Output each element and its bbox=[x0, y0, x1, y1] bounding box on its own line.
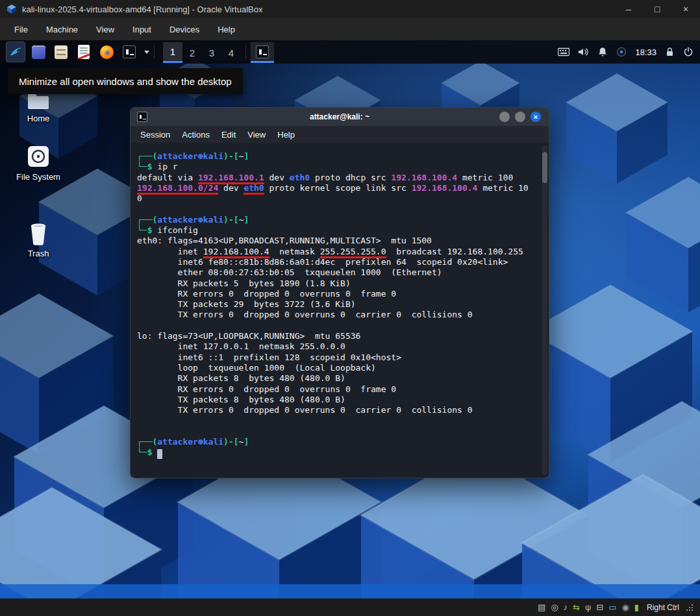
text-editor-launcher[interactable] bbox=[75, 42, 93, 62]
mouse-integration-icon[interactable]: ▮ bbox=[634, 603, 639, 611]
terminal-minimize-button[interactable] bbox=[499, 112, 510, 122]
terminal-titlebar[interactable]: attacker@kali: ~ × bbox=[131, 108, 549, 126]
clock[interactable]: 18:33 bbox=[635, 47, 656, 57]
terminal-scrollbar[interactable] bbox=[542, 145, 547, 475]
terminal-line: └─$ ip r bbox=[137, 162, 540, 172]
virtualbox-window: kali-linux-2025.4-virtualbox-amd64 [Runn… bbox=[0, 0, 700, 616]
file-manager-launcher[interactable] bbox=[52, 42, 70, 62]
firefox-launcher[interactable] bbox=[97, 42, 116, 62]
close-button[interactable]: × bbox=[671, 0, 700, 18]
terminal-launcher[interactable] bbox=[120, 42, 138, 62]
shared-folders-icon[interactable]: ⊟ bbox=[596, 603, 603, 611]
vbox-status-icons: ▤◎♪⇆ψ⊟▭◉▮ bbox=[538, 603, 639, 611]
terminal-line: RX errors 0 dropped 0 overruns 0 frame 0 bbox=[137, 289, 540, 299]
terminal-line: inet6 ::1 prefixlen 128 scopeid 0x10<hos… bbox=[137, 352, 540, 363]
window-controls: – □ × bbox=[614, 0, 700, 18]
file-system-drive-icon bbox=[26, 144, 51, 169]
display-icon[interactable]: ▭ bbox=[608, 603, 616, 611]
notification-bell-icon[interactable] bbox=[597, 47, 608, 57]
minimize-button[interactable]: – bbox=[614, 0, 643, 18]
terminal-icon bbox=[256, 45, 269, 58]
workspace-3[interactable]: 3 bbox=[202, 42, 221, 63]
terminal-line: inet 127.0.0.1 netmask 255.0.0.0 bbox=[137, 341, 540, 352]
taskbar-terminal-window[interactable] bbox=[251, 42, 274, 63]
terminal-line: 192.168.100.0/24 dev eth0 proto kernel s… bbox=[137, 183, 540, 193]
terminal-line: eth0: flags=4163<UP,BROADCAST,RUNNING,MU… bbox=[137, 236, 540, 246]
terminal-line bbox=[137, 204, 540, 214]
panel-tray: 18:33 bbox=[558, 47, 694, 57]
hard-disks-icon[interactable]: ▤ bbox=[538, 603, 545, 611]
recording-icon[interactable]: ◉ bbox=[621, 603, 629, 611]
power-icon[interactable] bbox=[683, 47, 694, 57]
desktop-icon-file-system[interactable]: File System bbox=[8, 144, 68, 182]
terminal-line bbox=[137, 426, 540, 437]
audio-icon[interactable]: ♪ bbox=[564, 603, 568, 611]
desktop-icon-home[interactable]: Home bbox=[8, 91, 68, 123]
desktop-icon-trash[interactable]: Trash bbox=[8, 221, 68, 258]
vbox-menubar: File Machine View Input Devices Help bbox=[0, 18, 700, 40]
status-circle-icon[interactable] bbox=[616, 47, 627, 57]
terminal-line bbox=[137, 415, 540, 426]
terminal-line: ┌──(attacker⊛kali)-[~] bbox=[137, 151, 540, 162]
host-key-label: Right Ctrl bbox=[647, 603, 679, 612]
terminal-window: attacker@kali: ~ × Session Actions Edit … bbox=[130, 107, 549, 478]
menu-machine[interactable]: Machine bbox=[37, 18, 87, 40]
maximize-button[interactable]: □ bbox=[643, 0, 671, 18]
menu-help[interactable]: Help bbox=[208, 18, 244, 40]
desktop-icon-label: Home bbox=[27, 114, 50, 123]
menu-file[interactable]: File bbox=[5, 18, 37, 40]
terminal-line bbox=[137, 321, 540, 331]
panel-separator bbox=[245, 45, 246, 58]
desktop-icon-label: File System bbox=[16, 172, 60, 182]
kali-menu-button[interactable] bbox=[6, 42, 25, 62]
menu-view[interactable]: View bbox=[87, 18, 123, 40]
terminal-line: inet6 fe80::c81b:8d86:6a01:d4ec prefixle… bbox=[137, 257, 540, 267]
kali-dragon-icon bbox=[9, 45, 22, 58]
terminal-line: ether 08:00:27:63:b0:05 txqueuelen 1000 … bbox=[137, 267, 540, 278]
menu-devices[interactable]: Devices bbox=[160, 18, 208, 40]
optical-drives-icon[interactable]: ◎ bbox=[551, 603, 558, 611]
tooltip: Minimize all open windows and show the d… bbox=[8, 68, 243, 94]
terminal-output: ┌──(attacker⊛kali)-[~]└─$ ip rdefault vi… bbox=[137, 151, 540, 458]
kali-top-panel: 1 2 3 4 bbox=[0, 40, 700, 64]
files-launcher[interactable] bbox=[29, 42, 47, 62]
terminal-maximize-button[interactable] bbox=[515, 112, 525, 122]
terminal-menu-view[interactable]: View bbox=[242, 130, 271, 140]
terminal-line: RX errors 0 dropped 0 overruns 0 frame 0 bbox=[137, 384, 540, 395]
terminal-body[interactable]: ┌──(attacker⊛kali)-[~]└─$ ip rdefault vi… bbox=[131, 143, 549, 478]
resize-grip[interactable] bbox=[686, 604, 694, 611]
usb-icon[interactable]: ψ bbox=[585, 603, 591, 611]
terminal-line: └─$ ifconfig bbox=[137, 225, 540, 236]
terminal-menu-session[interactable]: Session bbox=[134, 130, 176, 140]
terminal-title: attacker@kali: ~ bbox=[131, 108, 549, 126]
workspace-1[interactable]: 1 bbox=[163, 42, 182, 63]
files-icon bbox=[32, 45, 45, 59]
network-icon[interactable]: ⇆ bbox=[573, 603, 580, 611]
desktop-icon-label: Trash bbox=[28, 249, 49, 258]
terminal-scrollbar-thumb[interactable] bbox=[542, 152, 547, 183]
workspace-4[interactable]: 4 bbox=[221, 42, 241, 63]
lock-icon[interactable] bbox=[665, 47, 675, 57]
terminal-line: default via 192.168.100.1 dev eth0 proto… bbox=[137, 173, 540, 183]
terminal-menubar: Session Actions Edit View Help bbox=[131, 126, 549, 143]
terminal-line: 0 bbox=[137, 193, 540, 204]
terminal-line: TX errors 0 dropped 0 overruns 0 carrier… bbox=[137, 310, 540, 320]
terminal-line: RX packets 8 bytes 480 (480.0 B) bbox=[137, 373, 540, 384]
volume-icon[interactable] bbox=[578, 47, 589, 57]
vbox-statusbar: ▤◎♪⇆ψ⊟▭◉▮ Right Ctrl bbox=[0, 598, 700, 616]
terminal-menu-help[interactable]: Help bbox=[271, 130, 301, 140]
firefox-icon bbox=[100, 45, 114, 59]
terminal-line: RX packets 5 bytes 1890 (1.8 KiB) bbox=[137, 278, 540, 289]
terminal-menu-edit[interactable]: Edit bbox=[216, 130, 242, 140]
text-editor-icon bbox=[78, 45, 90, 59]
terminal-menu-actions[interactable]: Actions bbox=[176, 130, 216, 140]
menu-input[interactable]: Input bbox=[123, 18, 160, 40]
virtualbox-logo-icon bbox=[6, 4, 17, 14]
keyboard-icon[interactable] bbox=[558, 47, 569, 56]
chevron-down-icon[interactable] bbox=[144, 51, 149, 54]
terminal-line: ┌──(attacker⊛kali)-[~] bbox=[137, 437, 540, 447]
workspace-2[interactable]: 2 bbox=[182, 42, 202, 63]
terminal-line: inet 192.168.100.4 netmask 255.255.255.0… bbox=[137, 247, 540, 257]
kali-desktop: 1 2 3 4 bbox=[0, 40, 700, 598]
terminal-close-button[interactable]: × bbox=[531, 112, 541, 122]
